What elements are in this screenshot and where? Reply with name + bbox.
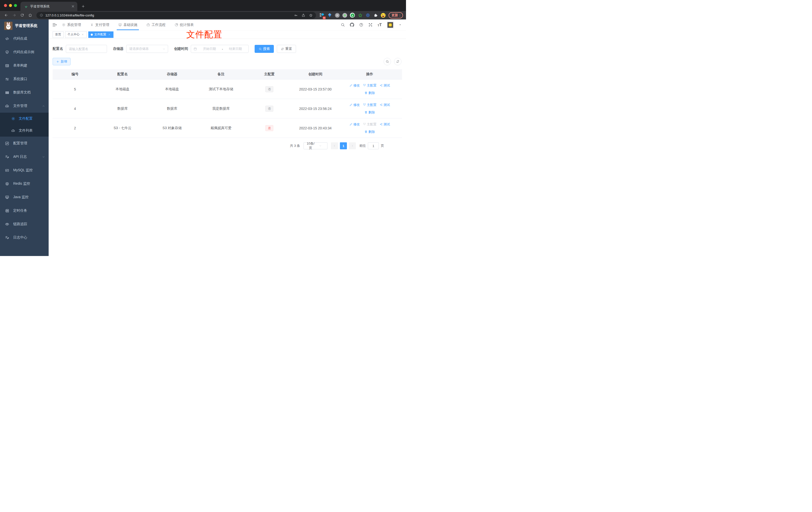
- action-label: 主配置: [367, 103, 377, 107]
- browser-update-button[interactable]: 更新: [388, 12, 403, 19]
- search-button[interactable]: 搜索: [255, 45, 274, 53]
- page-size-select[interactable]: 10条/页: [303, 142, 327, 149]
- tag-close-icon[interactable]: [108, 33, 111, 36]
- fullscreen-icon[interactable]: [368, 23, 373, 27]
- window-zoom-button[interactable]: [14, 4, 17, 7]
- window-close-button[interactable]: [4, 4, 7, 7]
- kebab-menu-icon[interactable]: [398, 13, 402, 17]
- update-label: 更新: [392, 13, 398, 18]
- password-key-icon[interactable]: [294, 13, 298, 17]
- row-action-primary[interactable]: 主配置: [363, 103, 377, 107]
- extension-record-icon[interactable]: [342, 13, 347, 18]
- sidebar-item-redis-monitor[interactable]: Redis 监控: [0, 177, 49, 190]
- browser-toolbar: 127.0.0.1:1024/infra/file/file-config 11…: [0, 11, 406, 20]
- sidebar-item-log-center[interactable]: 日志中心: [0, 231, 49, 244]
- site-info-icon[interactable]: [40, 13, 43, 17]
- start-date-placeholder[interactable]: 开始日期: [199, 47, 220, 51]
- show-search-button[interactable]: [383, 58, 391, 65]
- extension-puzzle-icon[interactable]: [373, 13, 378, 18]
- sidebar-item-api-log[interactable]: API 日志: [0, 150, 49, 163]
- nav-item-system[interactable]: 系统管理: [62, 20, 81, 30]
- briefcase-icon: [146, 23, 150, 27]
- sidebar-item-mysql-monitor[interactable]: MySQL 监控: [0, 163, 49, 177]
- nav-item-workflow[interactable]: 工作流程: [146, 20, 166, 30]
- nav-item-infra[interactable]: 基础设施: [118, 20, 137, 30]
- tab-close-icon[interactable]: [71, 4, 75, 8]
- sidebar-item-code-demo[interactable]: 代码生成示例: [0, 46, 49, 59]
- extension-sidebar-icon[interactable]: 11: [319, 13, 324, 18]
- extension-emoji-icon[interactable]: [381, 13, 385, 18]
- action-label: 删除: [368, 91, 375, 95]
- reload-button[interactable]: [19, 12, 25, 19]
- font-size-icon[interactable]: TT: [378, 23, 382, 27]
- goto-page-input[interactable]: [368, 142, 379, 149]
- extension-star-icon[interactable]: [358, 13, 362, 18]
- row-action-primary[interactable]: 主配置: [363, 83, 377, 88]
- row-action-test[interactable]: 测试: [380, 103, 390, 107]
- extension-rings-icon[interactable]: [365, 13, 370, 18]
- sidebar-item-file-manage[interactable]: 文件管理: [0, 99, 49, 113]
- next-page-button[interactable]: [349, 142, 356, 149]
- nav-item-pay[interactable]: 支付管理: [90, 20, 109, 30]
- sidebar-item-code-gen[interactable]: 代码生成: [0, 32, 49, 46]
- row-action-test[interactable]: 测试: [380, 122, 390, 127]
- date-range-picker[interactable]: 开始日期 - 结束日期: [191, 45, 249, 53]
- tag-file-config[interactable]: 文件配置: [88, 31, 113, 38]
- storage-select[interactable]: 请选择存储器: [126, 45, 168, 53]
- row-action-test[interactable]: 测试: [380, 83, 390, 88]
- home-button[interactable]: [27, 12, 33, 19]
- sidebar-item-db-doc[interactable]: 数据库文档: [0, 86, 49, 99]
- user-avatar[interactable]: [387, 22, 394, 28]
- row-action-edit[interactable]: 修改: [349, 122, 360, 127]
- page-1-button[interactable]: 1: [340, 142, 347, 149]
- tag-profile[interactable]: 个人中心: [65, 31, 87, 38]
- back-button[interactable]: [3, 12, 9, 19]
- avatar-caret-icon[interactable]: [399, 24, 402, 26]
- menu-fold-icon[interactable]: [52, 23, 57, 27]
- share-icon[interactable]: [301, 13, 305, 17]
- plus-icon: [81, 4, 85, 8]
- row-action-delete[interactable]: 删除: [364, 91, 375, 95]
- code-icon: [5, 37, 9, 41]
- sidebar-item-label: 代码生成示例: [13, 50, 45, 54]
- tag-home[interactable]: 首页: [53, 31, 64, 38]
- address-bar[interactable]: 127.0.0.1:1024/infra/file/file-config: [36, 12, 316, 19]
- sidebar-item-file-config[interactable]: 文件配置: [0, 113, 49, 125]
- tag-close-icon[interactable]: [81, 33, 84, 36]
- new-tab-button[interactable]: [80, 3, 86, 9]
- sidebar-item-config-manage[interactable]: 配置管理: [0, 137, 49, 150]
- sidebar-item-system-api[interactable]: 系统接口: [0, 72, 49, 86]
- refresh-table-button[interactable]: [394, 58, 402, 65]
- header-actions: TT: [341, 22, 402, 28]
- nav-item-label: 系统管理: [67, 23, 81, 27]
- bookmark-star-icon[interactable]: [309, 13, 313, 17]
- help-icon[interactable]: [359, 23, 364, 27]
- reset-button[interactable]: 重置: [277, 45, 296, 53]
- row-action-delete[interactable]: 删除: [364, 130, 375, 134]
- add-button[interactable]: 新增: [53, 58, 70, 65]
- row-action-edit[interactable]: 修改: [349, 83, 360, 88]
- green-star-icon: [358, 13, 362, 18]
- nav-item-report[interactable]: 统计报表: [175, 20, 194, 30]
- sidebar-item-file-list[interactable]: 文件列表: [0, 125, 49, 137]
- extension-gem-icon[interactable]: [327, 13, 332, 18]
- app-logo[interactable]: 芋道管理系统: [0, 20, 49, 32]
- cell-created: 2022-03-15 20:43:34: [293, 126, 338, 130]
- forward-button[interactable]: [11, 12, 17, 19]
- extension-y-icon[interactable]: y: [350, 13, 355, 18]
- browser-tab[interactable]: 芋道管理系统: [21, 2, 77, 11]
- row-action-edit[interactable]: 修改: [349, 103, 360, 107]
- search-icon[interactable]: [341, 23, 345, 27]
- extension-command-icon[interactable]: [335, 13, 340, 18]
- window-minimize-button[interactable]: [9, 4, 12, 7]
- sidebar-item-scheduled-job[interactable]: 定时任务: [0, 204, 49, 217]
- end-date-placeholder[interactable]: 结束日期: [225, 47, 246, 51]
- row-action-delete[interactable]: 删除: [364, 110, 375, 115]
- config-name-input[interactable]: [66, 45, 107, 53]
- github-icon[interactable]: [350, 23, 354, 27]
- sidebar-item-form-build[interactable]: 表单构建: [0, 59, 49, 72]
- url-text[interactable]: 127.0.0.1:1024/infra/file/file-config: [46, 13, 292, 17]
- sidebar-item-tracing[interactable]: 链路追踪: [0, 217, 49, 231]
- sidebar-item-java-monitor[interactable]: Java 监控: [0, 190, 49, 204]
- prev-page-button[interactable]: [331, 142, 338, 149]
